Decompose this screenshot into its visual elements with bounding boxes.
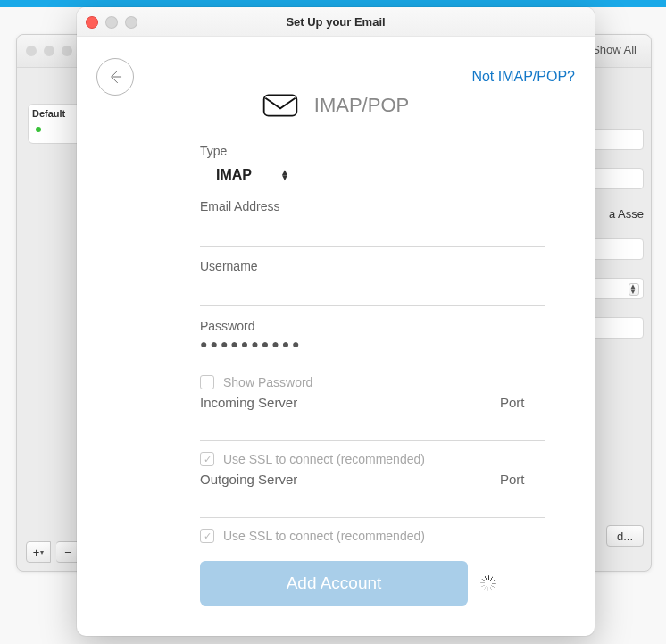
close-icon[interactable]	[86, 16, 98, 29]
modal-traffic-lights	[86, 16, 137, 29]
status-dot-icon	[36, 127, 41, 132]
traffic-min-icon[interactable]	[44, 46, 54, 56]
background-field[interactable]	[588, 129, 644, 150]
background-field[interactable]	[588, 317, 644, 339]
email-label: Email Address	[200, 199, 545, 213]
minimize-icon	[105, 16, 118, 29]
traffic-zoom-icon[interactable]	[62, 46, 72, 56]
background-right-column: a Asse ▲▼	[588, 129, 644, 339]
checkbox-icon[interactable]	[200, 375, 214, 389]
username-label: Username	[200, 259, 545, 273]
modal-body: Not IMAP/POP? IMAP/POP Type IMAP ▲▼ Emai…	[77, 37, 595, 636]
incoming-port-field[interactable]	[496, 412, 545, 440]
outgoing-server-field[interactable]	[200, 489, 473, 517]
protocol-brand: IMAP/POP	[77, 92, 595, 119]
incoming-ssl-label: Use SSL to connect (recommended)	[223, 452, 425, 466]
background-traffic-lights	[26, 46, 72, 56]
envelope-icon	[262, 92, 298, 119]
show-all-button[interactable]: Show All	[587, 40, 642, 59]
protocol-label: IMAP/POP	[314, 94, 409, 117]
background-select[interactable]: ▲▼	[588, 278, 644, 299]
incoming-server-field[interactable]	[200, 412, 473, 440]
add-account-button[interactable]: +▾	[26, 541, 51, 563]
setup-email-modal: Set Up your Email Not IMAP/POP? IMAP/POP…	[77, 7, 595, 636]
background-action-button[interactable]: d...	[606, 525, 644, 547]
checkbox-checked-icon[interactable]	[200, 529, 214, 543]
email-field[interactable]	[200, 217, 545, 247]
back-button[interactable]	[96, 58, 134, 96]
background-field[interactable]	[588, 238, 644, 260]
password-field[interactable]: ●●●●●●●●●●	[200, 337, 545, 364]
outgoing-server-label: Outgoing Server	[200, 472, 477, 487]
show-password-row[interactable]: Show Password	[200, 375, 545, 389]
outgoing-ssl-row[interactable]: Use SSL to connect (recommended)	[200, 529, 545, 543]
svg-rect-0	[263, 95, 296, 115]
show-password-label: Show Password	[223, 375, 312, 389]
type-label: Type	[200, 144, 545, 158]
traffic-close-icon[interactable]	[26, 46, 37, 56]
zoom-icon	[125, 16, 137, 29]
incoming-ssl-row[interactable]: Use SSL to connect (recommended)	[200, 452, 545, 466]
not-imap-pop-link[interactable]: Not IMAP/POP?	[471, 69, 575, 85]
modal-title: Set Up your Email	[77, 15, 595, 29]
app-topbar	[0, 0, 666, 7]
username-field[interactable]	[200, 277, 545, 306]
submit-row: Add Account	[200, 561, 545, 606]
incoming-port-label: Port	[500, 395, 545, 410]
add-remove-bar: +▾ −	[26, 541, 80, 563]
incoming-server-label: Incoming Server	[200, 395, 477, 410]
type-select[interactable]: IMAP ▲▼	[200, 163, 305, 187]
modal-titlebar: Set Up your Email	[77, 7, 595, 37]
type-value: IMAP	[216, 167, 252, 183]
checkbox-checked-icon[interactable]	[200, 452, 214, 466]
chevron-up-down-icon: ▲▼	[280, 170, 289, 180]
outgoing-port-label: Port	[500, 472, 545, 487]
background-text-stub: a Asse	[609, 207, 644, 221]
arrow-left-icon	[106, 68, 124, 86]
spinner-icon	[480, 575, 496, 591]
password-label: Password	[200, 319, 545, 333]
outgoing-port-field[interactable]	[496, 489, 545, 517]
account-card-label: Default	[32, 108, 82, 119]
account-form: Type IMAP ▲▼ Email Address Username Pass…	[200, 140, 545, 606]
outgoing-ssl-label: Use SSL to connect (recommended)	[223, 529, 425, 543]
background-field[interactable]	[588, 168, 644, 189]
add-account-button[interactable]: Add Account	[200, 561, 468, 606]
